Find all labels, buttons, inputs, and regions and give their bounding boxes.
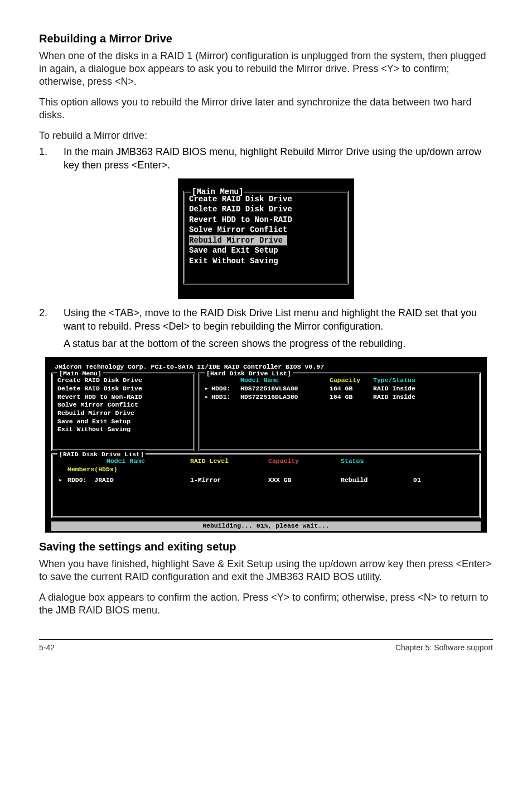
raid-capacity: XXX GB bbox=[268, 476, 341, 485]
menu-item[interactable]: Exit Without Saving bbox=[57, 426, 189, 434]
bios-hdd-list: [Hard Disk Drive List] Model Name Capaci… bbox=[199, 373, 481, 451]
paragraph: A dialogue box appears to confirm the ac… bbox=[39, 591, 493, 617]
menu-item[interactable]: Solve Mirror Conflict bbox=[57, 401, 189, 409]
menu-item[interactable]: Revert HDD to Non-RAID bbox=[189, 215, 343, 225]
chapter-label: Chapter 5: Software support bbox=[395, 643, 493, 652]
menu-item[interactable]: Save and Exit Setup bbox=[189, 245, 343, 255]
paragraph: When you have finished, highlight Save &… bbox=[39, 558, 493, 583]
menu-item[interactable]: Delete RAID Disk Drive bbox=[57, 385, 189, 393]
step-subtext: A status bar at the bottom of the screen… bbox=[64, 337, 493, 350]
page-number: 5-42 bbox=[39, 643, 55, 652]
menu-item[interactable]: Delete RAID Disk Drive bbox=[189, 204, 343, 214]
panel-legend: [Main Menu] bbox=[57, 370, 103, 378]
heading-saving: Saving the settings and exiting setup bbox=[39, 540, 493, 553]
bios-menu-small: [Main Menu] Create RAID Disk Drive Delet… bbox=[39, 178, 493, 299]
hdd-type: RAID Inside bbox=[373, 385, 415, 393]
hdd-row[interactable]: ▸ HDD0: HDS722516VLSA80 164 GB RAID Insi… bbox=[205, 385, 475, 393]
col-header-type: Type/Status bbox=[373, 376, 415, 385]
col-header-capacity: Capacity bbox=[268, 457, 341, 466]
step-text: Using the <TAB>, move to the RAID Disk D… bbox=[64, 307, 477, 331]
menu-item-selected[interactable]: Rebuild Mirror Drive bbox=[189, 235, 287, 245]
bios-status-bar: Rebuilding... 01%, please wait... bbox=[51, 521, 481, 531]
raid-status: Rebuild bbox=[341, 476, 413, 485]
step-text: In the main JMB363 RAID BIOS menu, highl… bbox=[64, 146, 493, 172]
panel-legend: [RAID Disk Drive List] bbox=[57, 451, 146, 459]
bios-raid-list: [RAID Disk Drive List] Model Name RAID L… bbox=[51, 453, 481, 518]
paragraph: To rebuild a Mirror drive: bbox=[39, 129, 493, 142]
hdd-capacity: 164 GB bbox=[330, 393, 373, 402]
menu-item[interactable]: Exit Without Saving bbox=[189, 256, 343, 266]
step-number: 2. bbox=[39, 307, 64, 350]
arrow-icon: ▸ bbox=[57, 476, 67, 485]
spacer bbox=[57, 466, 67, 474]
hdd-row[interactable]: ▸ HDD1: HDS722516DLA380 164 GB RAID Insi… bbox=[205, 393, 475, 402]
paragraph: This option allows you to rebuild the Mi… bbox=[39, 96, 493, 122]
arrow-icon: ▸ bbox=[205, 393, 211, 402]
menu-item[interactable]: Revert HDD to Non-RAID bbox=[57, 393, 189, 402]
hdd-model: HDS722516DLA380 bbox=[240, 393, 330, 402]
hdd-index: HDD0: bbox=[211, 385, 240, 393]
hdd-index: HDD1: bbox=[211, 393, 240, 402]
panel-legend: [Hard Disk Drive List] bbox=[205, 370, 293, 378]
step-item: 2. Using the <TAB>, move to the RAID Dis… bbox=[39, 307, 493, 350]
raid-members: 01 bbox=[413, 476, 421, 485]
raid-name: RDD0: JRAID bbox=[67, 476, 190, 485]
col-header-level: RAID Level bbox=[190, 457, 268, 466]
raid-level: 1-Mirror bbox=[190, 476, 268, 485]
menu-item[interactable]: Solve Mirror Conflict bbox=[189, 225, 343, 235]
menu-legend: [Main Menu] bbox=[191, 187, 244, 196]
raid-row[interactable]: ▸ RDD0: JRAID 1-Mirror XXX GB Rebuild 01 bbox=[57, 476, 475, 485]
menu-item[interactable]: Save and Exit Setup bbox=[57, 418, 189, 426]
paragraph: When one of the disks in a RAID 1 (Mirro… bbox=[39, 50, 493, 88]
bios-main-menu: [Main Menu] Create RAID Disk Drive Delet… bbox=[51, 373, 195, 451]
page-footer: 5-42 Chapter 5: Software support bbox=[39, 639, 493, 652]
heading-rebuilding: Rebuilding a Mirror Drive bbox=[39, 32, 493, 45]
step-number: 1. bbox=[39, 146, 64, 172]
col-header-capacity: Capacity bbox=[330, 376, 373, 385]
col-header-status: Status bbox=[341, 457, 413, 466]
step-item: 1. In the main JMB363 RAID BIOS menu, hi… bbox=[39, 146, 493, 172]
menu-item[interactable]: Rebuild Mirror Drive bbox=[57, 409, 189, 418]
bios-screen-large: JMicron Technology Corp. PCI-to-SATA II/… bbox=[39, 357, 493, 533]
hdd-type: RAID Inside bbox=[373, 393, 415, 402]
arrow-icon: ▸ bbox=[205, 385, 211, 393]
hdd-capacity: 164 GB bbox=[330, 385, 373, 393]
hdd-model: HDS722516VLSA80 bbox=[240, 385, 330, 393]
members-label: Members(HDDx) bbox=[67, 466, 118, 474]
